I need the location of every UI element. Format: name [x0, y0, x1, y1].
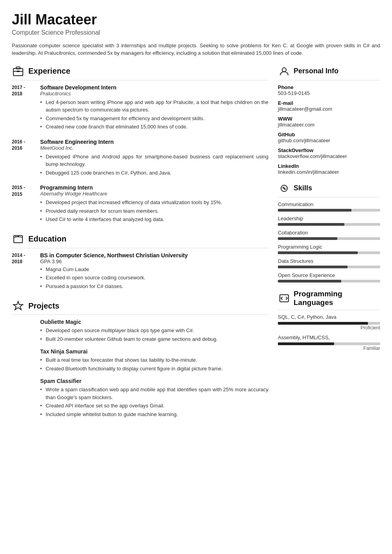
info-label: WWW: [278, 116, 380, 122]
skill-item: Communication: [278, 201, 380, 212]
personal-info-section: Personal Info Phone 503-519-0145 E-mail …: [278, 65, 380, 175]
project-bullets: Wrote a spam classification web app and …: [40, 386, 268, 418]
svg-point-8: [282, 68, 286, 72]
skill-bar-bg: [278, 251, 380, 254]
programming-languages-icon: [278, 292, 290, 305]
bullet-item: Led 4-person team writing iPhone app and…: [40, 99, 268, 114]
experience-entry: 2017 -2018 Software Development Intern P…: [12, 84, 268, 132]
skills-section: Skills Communication Leadership Collabor…: [278, 182, 380, 283]
entry-bullets: Developed project that increased efficie…: [40, 199, 268, 223]
prog-lang-level-label: Proficient: [278, 325, 380, 331]
info-value: 503-519-0145: [278, 90, 380, 96]
entry-bullets: Magna Cum LaudeExcelled in open source c…: [40, 266, 268, 290]
bullet-item: Excelled in open source coding coursewor…: [40, 274, 268, 282]
entry-content: Software Development Intern Pralucitroni…: [40, 84, 268, 132]
personal-info-item: LinkedIn linkedin.com/in/jillmacateer: [278, 163, 380, 175]
entry-date: 2015 -2015: [12, 184, 36, 224]
personal-info-icon: [278, 65, 290, 78]
entry-title: BS in Computer Science, Northwest Christ…: [40, 252, 268, 258]
personal-info-title: Personal Info: [294, 67, 338, 75]
project-bullet: Built 20-member volunteer Github team to…: [40, 335, 268, 343]
entry-content: Programming Intern Abernathy Wodge Healt…: [40, 184, 268, 224]
personal-info-items: Phone 503-519-0145 E-mail jillmacateer@g…: [278, 84, 380, 175]
prog-lang-bar-bg: [278, 342, 380, 345]
experience-header: Experience: [12, 65, 268, 80]
skill-bar-bg: [278, 237, 380, 240]
project-bullet: Included simple whitelist button to guid…: [40, 411, 268, 418]
skills-title: Skills: [294, 184, 312, 192]
entry-title: Software Development Intern: [40, 84, 268, 91]
programming-languages-title: ProgrammingLanguages: [294, 290, 342, 308]
project-bullet: Created Bluetooth functionality to displ…: [40, 365, 268, 373]
info-value: jillmacateer@gmail.com: [278, 106, 380, 112]
experience-icon: [12, 65, 24, 78]
bullet-item: Provided daily research for scrum team m…: [40, 207, 268, 215]
programming-languages-header: ProgrammingLanguages: [278, 290, 380, 310]
prog-lang-bar-fill: [278, 342, 334, 345]
svg-rect-3: [17, 71, 19, 72]
education-title: Education: [28, 234, 67, 244]
project-title: Spam Classifier: [40, 378, 268, 384]
entry-content: Software Engineering Intern MeetGood Inc…: [40, 139, 268, 178]
skill-name: Collaboration: [278, 230, 380, 236]
entry-org: Pralucitronics: [40, 91, 268, 97]
svg-point-10: [283, 188, 285, 189]
skill-bar-fill: [278, 251, 358, 254]
entry-bullets: Developed iPhone and Android apps for sm…: [40, 153, 268, 177]
entry-bullets: Led 4-person team writing iPhone app and…: [40, 99, 268, 131]
skill-name: Data Structures: [278, 258, 380, 264]
entry-title: Software Engineering Intern: [40, 139, 268, 145]
projects-title: Projects: [28, 301, 59, 310]
personal-info-header: Personal Info: [278, 65, 380, 80]
project-bullets: Built a real time tax forecaster that sh…: [40, 356, 268, 372]
prog-lang-group: SQL, C, C#, Python, Java Proficient: [278, 314, 380, 331]
prog-lang-level-label: Familiar: [278, 346, 380, 351]
projects-icon: [12, 299, 24, 312]
experience-section: Experience 2017 -2018 Software Developme…: [12, 65, 268, 224]
prog-lang-names: SQL, C, C#, Python, Java: [278, 314, 380, 320]
bullet-item: Developed project that increased efficie…: [40, 199, 268, 206]
summary-text: Passionate computer science specialist w…: [12, 42, 380, 57]
projects-section: Projects Oubliette Magic Developed open …: [12, 299, 268, 418]
personal-info-item: Phone 503-519-0145: [278, 84, 380, 96]
project-title: Oubliette Magic: [40, 319, 268, 325]
education-icon: [12, 233, 24, 245]
info-value: stackoverflow.com/jillmacateer: [278, 153, 380, 159]
prog-lang-names: Assembly, HTML/CSS,: [278, 335, 380, 340]
skill-bar-fill: [278, 223, 344, 226]
bullet-item: Magna Cum Laude: [40, 266, 268, 273]
skill-name: Programming Logic: [278, 244, 380, 250]
skill-name: Communication: [278, 201, 380, 207]
project-entries: Oubliette Magic Developed open source mu…: [12, 319, 268, 418]
entry-extra: GPA 3.96: [40, 258, 268, 264]
skill-bar-fill: [278, 237, 337, 240]
project-title: Tax Ninja Samurai: [40, 348, 268, 355]
skill-name: Leadership: [278, 216, 380, 221]
candidate-name: Jill Macateer: [12, 12, 380, 28]
experience-title: Experience: [28, 67, 70, 76]
page: Jill Macateer Computer Science Professio…: [0, 0, 392, 439]
bullet-item: Developed iPhone and Android apps for sm…: [40, 153, 268, 168]
skill-bar-bg: [278, 223, 380, 226]
left-column: Experience 2017 -2018 Software Developme…: [12, 65, 268, 427]
project-item: Spam Classifier Wrote a spam classificat…: [12, 378, 268, 418]
skill-bar-bg: [278, 280, 380, 283]
skill-item: Programming Logic: [278, 244, 380, 254]
bullet-item: Used C# to write 4 interfaces that analy…: [40, 216, 268, 223]
info-value: linkedin.com/in/jillmacateer: [278, 169, 380, 175]
bullet-item: Created new code branch that eliminated …: [40, 123, 268, 131]
skill-item: Data Structures: [278, 258, 380, 268]
project-bullet: Developed open source multiplayer black …: [40, 327, 268, 335]
skill-bar-fill: [278, 266, 348, 268]
project-item: Oubliette Magic Developed open source mu…: [12, 319, 268, 343]
skills-header: Skills: [278, 182, 380, 197]
education-entry: 2014 -2018 BS in Computer Science, North…: [12, 252, 268, 291]
info-value: github.com/jillmacateer: [278, 138, 380, 143]
skill-bar-bg: [278, 209, 380, 212]
entry-title: Programming Intern: [40, 184, 268, 191]
experience-entry: 2015 -2015 Programming Intern Abernathy …: [12, 184, 268, 224]
main-layout: Experience 2017 -2018 Software Developme…: [12, 65, 380, 427]
entry-org: Abernathy Wodge Healthcare: [40, 191, 268, 197]
skill-bar-fill: [278, 280, 341, 283]
skill-bar-fill: [278, 209, 351, 212]
